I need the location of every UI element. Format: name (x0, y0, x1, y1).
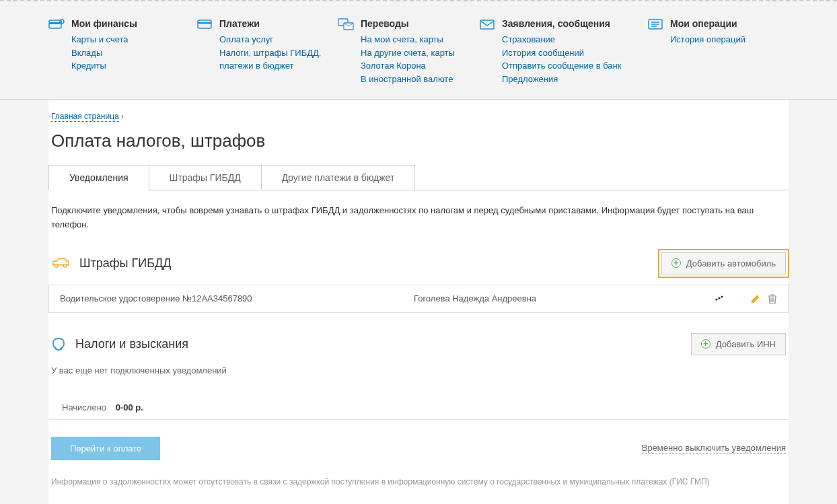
disable-notifications-link[interactable]: Временно выключить уведомления (642, 443, 786, 454)
info-text: Подключите уведомления, чтобы вовремя уз… (48, 204, 789, 232)
plus-icon: + (701, 339, 711, 349)
finances-icon (48, 18, 65, 30)
operations-icon (647, 18, 663, 30)
nav-link[interactable]: На мои счета, карты (361, 33, 455, 46)
nav-link[interactable]: Вклады (71, 46, 137, 60)
nav-link[interactable]: Налоги, штрафы ГИБДД, платежи в бюджет (219, 46, 324, 73)
page-title: Оплата налогов, штрафов (48, 131, 789, 151)
dots-icon[interactable] (714, 295, 723, 301)
svg-point-2 (60, 20, 64, 24)
plus-icon: + (671, 258, 681, 268)
taxes-title: Налоги и взыскания (75, 337, 188, 351)
svg-rect-4 (198, 22, 211, 24)
messages-icon (479, 18, 495, 30)
nav-link[interactable]: Отправить сообщение в банк (502, 59, 621, 73)
svg-point-12 (54, 264, 58, 267)
tabs: Уведомления Штрафы ГИБДД Другие платежи … (48, 165, 789, 190)
svg-point-14 (715, 298, 717, 300)
nav-link[interactable]: Золотая Корона (361, 59, 455, 73)
nav-link[interactable]: Предложения (502, 73, 621, 86)
main-nav: Мои финансы Карты и счета Вклады Кредиты… (48, 1, 789, 99)
nav-operations-title: Мои операции (670, 18, 745, 29)
add-car-button[interactable]: + Добавить автомобиль (661, 252, 786, 275)
breadcrumb: Главная страница › (48, 112, 789, 121)
disclaimer: Информация о задолженностях может отсутс… (48, 477, 789, 487)
nav-link[interactable]: Оплата услуг (219, 33, 324, 46)
breadcrumb-home[interactable]: Главная страница (51, 112, 119, 122)
nav-link[interactable]: На другие счета, карты (361, 46, 455, 60)
tab-notifications[interactable]: Уведомления (48, 165, 149, 190)
nav-link[interactable]: Кредиты (71, 59, 137, 73)
delete-icon[interactable] (768, 293, 777, 304)
svg-rect-1 (49, 22, 61, 24)
svg-rect-3 (198, 20, 211, 28)
car-icon (51, 257, 70, 269)
pay-button[interactable]: Перейти к оплате (51, 437, 160, 460)
record-doc: Водительское удостоверение №12АА34567890 (60, 293, 414, 303)
nav-messages-title: Заявления, сообщения (502, 18, 621, 29)
tab-fines[interactable]: Штрафы ГИБДД (149, 165, 262, 190)
tax-icon (51, 336, 66, 351)
nav-link[interactable]: В иностранной валюте (361, 73, 455, 86)
nav-link[interactable]: Страхование (502, 33, 621, 46)
tab-other[interactable]: Другие платежи в бюджет (261, 165, 416, 190)
nav-payments-title: Платежи (219, 18, 324, 29)
no-notifications: У вас еще нет подключенных уведомлений (48, 365, 789, 375)
svg-point-15 (718, 297, 720, 299)
fines-title: Штрафы ГИБДД (79, 256, 171, 271)
record-name: Гоголева Надежда Андреевна (414, 293, 643, 303)
nav-link[interactable]: Карты и счета (71, 33, 137, 46)
transfers-icon (338, 18, 354, 30)
payments-icon (196, 18, 213, 30)
svg-point-13 (63, 264, 67, 267)
accrued-row: Начислено 0-00 р. (48, 396, 789, 420)
nav-finances-title: Мои финансы (71, 18, 137, 29)
nav-transfers-title: Переводы (361, 18, 455, 29)
edit-icon[interactable] (750, 293, 761, 304)
svg-rect-7 (480, 20, 494, 29)
add-inn-button[interactable]: + Добавить ИНН (691, 333, 786, 355)
license-record: Водительское удостоверение №12АА34567890… (48, 285, 789, 313)
nav-link[interactable]: История сообщений (502, 46, 621, 60)
nav-link[interactable]: История операций (670, 33, 745, 46)
